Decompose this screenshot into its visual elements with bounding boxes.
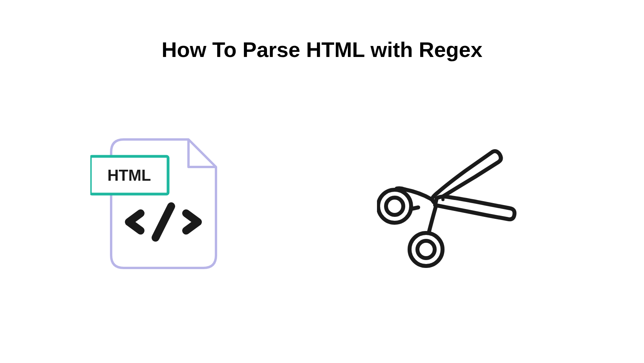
svg-point-4 [417,241,435,258]
html-label: HTML [107,167,151,184]
page-title: How To Parse HTML with Regex [161,37,482,62]
svg-point-5 [441,198,445,201]
html-file-icon: HTML [90,138,232,271]
svg-point-2 [386,198,403,215]
scissors-icon [377,138,518,271]
